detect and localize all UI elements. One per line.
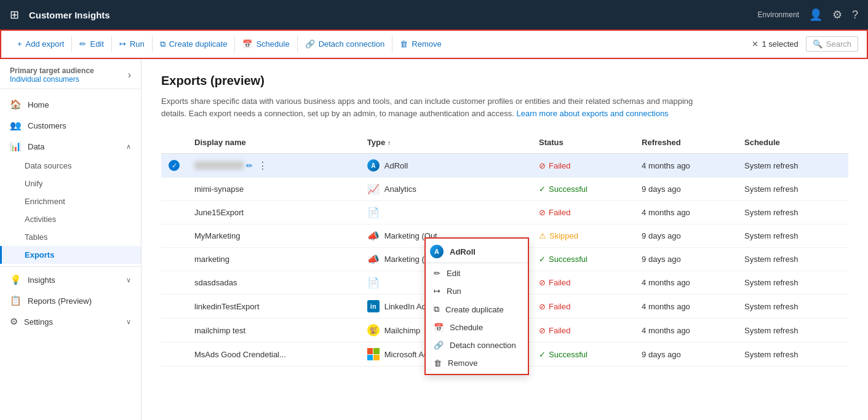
help-icon[interactable]: ? bbox=[852, 9, 858, 22]
row-name: marketing bbox=[187, 248, 360, 271]
row-checkbox[interactable]: ✓ bbox=[161, 154, 187, 178]
sidebar-item-unify[interactable]: Unify bbox=[0, 175, 141, 192]
user-icon[interactable]: 👤 bbox=[809, 8, 822, 22]
row-schedule: System refresh bbox=[737, 319, 848, 343]
context-menu-schedule[interactable]: 📅 Schedule bbox=[425, 319, 528, 336]
edit-icon: ✏ bbox=[79, 39, 86, 49]
top-navigation: ⊞ Customer Insights Environment 👤 ⚙ ? bbox=[0, 0, 868, 30]
toolbar: + Add export ✏ Edit ↦ Run ⧉ Create dupli… bbox=[0, 30, 868, 59]
waffle-icon[interactable]: ⊞ bbox=[10, 8, 19, 22]
search-box[interactable]: 🔍 Search bbox=[806, 36, 858, 52]
row-schedule: System refresh bbox=[737, 343, 848, 367]
row-refreshed: 4 months ago bbox=[634, 201, 737, 224]
learn-more-link[interactable]: Learn more about exports and connections bbox=[516, 109, 668, 118]
sidebar-item-data-sources[interactable]: Data sources bbox=[0, 157, 141, 175]
row-refreshed: 9 days ago bbox=[634, 248, 737, 271]
row-name: MyMarketing bbox=[187, 224, 360, 248]
sidebar-item-data[interactable]: 📊 Data ∧ bbox=[0, 136, 141, 157]
row-status: ⊘Failed bbox=[532, 319, 634, 343]
row-schedule: System refresh bbox=[737, 248, 848, 271]
row-checkbox[interactable] bbox=[161, 224, 187, 248]
row-status: ⊘Failed bbox=[532, 271, 634, 295]
row-name: June15Export bbox=[187, 201, 360, 224]
col-type[interactable]: Type ↑ bbox=[360, 132, 532, 154]
insights-icon: 💡 bbox=[10, 274, 22, 285]
row-status: ✓Successful bbox=[532, 343, 634, 367]
create-duplicate-button[interactable]: ⧉ Create duplicate bbox=[153, 36, 236, 53]
row-type: AAdRoll bbox=[360, 154, 532, 178]
sidebar-item-enrichment[interactable]: Enrichment bbox=[0, 192, 141, 210]
selected-badge: ✕ 1 selected bbox=[752, 39, 798, 49]
row-name: MsAds Good Crendetial... bbox=[187, 343, 360, 367]
data-icon: 📊 bbox=[10, 141, 22, 152]
settings-chevron-icon: ∨ bbox=[126, 318, 131, 326]
main-layout: Primary target audience Individual consu… bbox=[0, 59, 868, 420]
row-name: ✏ ⋮ bbox=[187, 154, 360, 178]
gear-icon[interactable]: ⚙ bbox=[832, 8, 842, 22]
row-checkbox[interactable] bbox=[161, 343, 187, 367]
row-checkbox[interactable] bbox=[161, 201, 187, 224]
sidebar-item-activities[interactable]: Activities bbox=[0, 210, 141, 228]
main-content: Exports (preview) Exports share specific… bbox=[141, 59, 868, 420]
sidebar-item-insights[interactable]: 💡 Insights ∨ bbox=[0, 269, 141, 290]
row-refreshed: 4 months ago bbox=[634, 319, 737, 343]
row-edit-icon[interactable]: ✏ bbox=[246, 161, 253, 170]
col-refreshed: Refreshed bbox=[634, 132, 737, 154]
context-menu-edit[interactable]: ✏ Edit bbox=[425, 264, 528, 282]
row-refreshed: 4 months ago bbox=[634, 154, 737, 178]
row-status: ⊘Failed bbox=[532, 295, 634, 319]
col-status: Status bbox=[532, 132, 634, 154]
home-icon: 🏠 bbox=[10, 99, 22, 110]
primary-audience-value: Individual consumers bbox=[10, 75, 94, 84]
sidebar-collapse-icon[interactable]: › bbox=[128, 69, 131, 81]
sidebar-item-exports[interactable]: Exports bbox=[0, 246, 141, 264]
remove-button[interactable]: 🗑 Remove bbox=[392, 36, 448, 52]
sort-asc-icon: ↑ bbox=[388, 139, 391, 146]
row-name: sdasdsadas bbox=[187, 271, 360, 295]
row-checkbox[interactable] bbox=[161, 248, 187, 271]
schedule-button[interactable]: 📅 Schedule bbox=[235, 36, 297, 52]
row-checkbox[interactable] bbox=[161, 295, 187, 319]
context-menu-create-duplicate[interactable]: ⧉ Create duplicate bbox=[425, 300, 528, 319]
detach-icon: 🔗 bbox=[434, 341, 444, 350]
settings-icon: ⚙ bbox=[10, 316, 18, 327]
sidebar-item-tables[interactable]: Tables bbox=[0, 228, 141, 246]
sidebar-item-home[interactable]: 🏠 Home bbox=[0, 94, 141, 115]
row-menu-icon[interactable]: ⋮ bbox=[255, 160, 270, 172]
adroll-header-icon: A bbox=[430, 245, 444, 258]
row-refreshed: 4 months ago bbox=[634, 295, 737, 319]
edit-button[interactable]: ✏ Edit bbox=[72, 36, 111, 52]
context-menu-detach[interactable]: 🔗 Detach connection bbox=[425, 336, 528, 354]
row-refreshed: 9 days ago bbox=[634, 224, 737, 248]
row-name: linkedinTestExport bbox=[187, 295, 360, 319]
schedule-icon: 📅 bbox=[434, 323, 444, 332]
row-schedule: System refresh bbox=[737, 224, 848, 248]
row-schedule: System refresh bbox=[737, 271, 848, 295]
run-button[interactable]: ↦ Run bbox=[112, 36, 153, 52]
detach-connection-button[interactable]: 🔗 Detach connection bbox=[298, 36, 393, 52]
table-row: mimi-synapse📈Analytics✓Successful9 days … bbox=[161, 178, 848, 201]
detach-icon: 🔗 bbox=[305, 39, 315, 49]
col-schedule: Schedule bbox=[737, 132, 848, 154]
duplicate-icon: ⧉ bbox=[160, 39, 165, 49]
sidebar-item-customers[interactable]: 👥 Customers bbox=[0, 115, 141, 136]
toolbar-right: ✕ 1 selected 🔍 Search bbox=[752, 36, 858, 52]
row-status: ⚠Skipped bbox=[532, 224, 634, 248]
col-checkbox bbox=[161, 132, 187, 154]
row-checkbox[interactable] bbox=[161, 271, 187, 295]
sidebar-item-settings[interactable]: ⚙ Settings ∨ bbox=[0, 311, 141, 332]
close-selection-icon[interactable]: ✕ bbox=[752, 39, 759, 49]
context-menu-remove[interactable]: 🗑 Remove bbox=[425, 354, 528, 372]
context-menu-run[interactable]: ↦ Run bbox=[425, 282, 528, 300]
row-checkbox[interactable] bbox=[161, 319, 187, 343]
sidebar-item-reports[interactable]: 📋 Reports (Preview) bbox=[0, 290, 141, 311]
run-icon: ↦ bbox=[119, 39, 126, 49]
row-refreshed: 9 days ago bbox=[634, 178, 737, 201]
add-export-button[interactable]: + Add export bbox=[10, 36, 72, 52]
row-name: mimi-synapse bbox=[187, 178, 360, 201]
remove-icon: 🗑 bbox=[434, 359, 442, 368]
row-checkbox[interactable] bbox=[161, 178, 187, 201]
row-type: 📄 bbox=[360, 201, 532, 224]
nav-icons: Environment 👤 ⚙ ? bbox=[758, 8, 858, 22]
sidebar-item-label: Home bbox=[28, 100, 49, 109]
